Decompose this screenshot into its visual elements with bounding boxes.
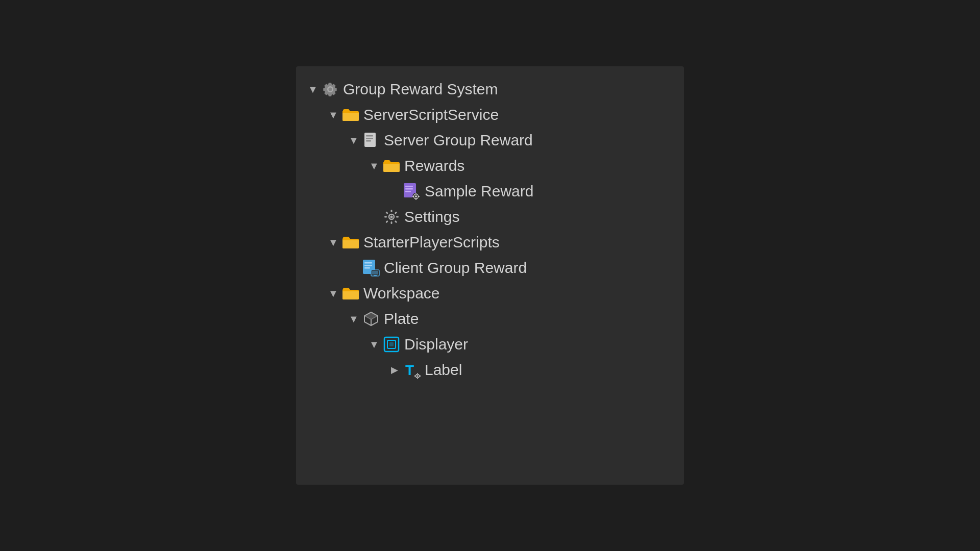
plate-label: Plate bbox=[384, 310, 419, 328]
cube-icon bbox=[361, 309, 381, 329]
client-group-reward-label: Client Group Reward bbox=[384, 259, 527, 277]
svg-point-10 bbox=[415, 195, 417, 197]
svg-rect-18 bbox=[391, 221, 393, 224]
tree-item-root[interactable]: ▼ Group Reward System bbox=[301, 77, 679, 102]
tree-item-label[interactable]: ▶ T Label bbox=[301, 357, 679, 383]
svg-rect-0 bbox=[364, 133, 376, 147]
folder-starter-icon bbox=[341, 233, 360, 252]
rewards-label: Rewards bbox=[404, 157, 464, 174]
svg-rect-7 bbox=[405, 191, 411, 192]
purple-script-icon bbox=[402, 182, 422, 201]
folder-icon bbox=[341, 105, 360, 124]
tree-item-workspace[interactable]: ▼ Workspace bbox=[301, 281, 679, 306]
svg-rect-23 bbox=[385, 220, 388, 223]
tree-item-server-group-reward[interactable]: ▼ Server Group Reward bbox=[301, 128, 679, 153]
blue-script-icon bbox=[361, 258, 381, 278]
svg-rect-39 bbox=[389, 342, 394, 346]
svg-rect-6 bbox=[405, 188, 413, 190]
svg-rect-3 bbox=[366, 140, 371, 142]
svg-marker-33 bbox=[364, 312, 378, 319]
svg-rect-13 bbox=[412, 196, 414, 197]
svg-rect-5 bbox=[405, 186, 413, 187]
gear-icon bbox=[321, 80, 340, 99]
svg-rect-46 bbox=[414, 375, 416, 377]
svg-rect-45 bbox=[417, 378, 418, 379]
tree-item-server-script-service[interactable]: ▼ ServerScriptService bbox=[301, 102, 679, 128]
chevron-down-icon: ▼ bbox=[305, 82, 321, 97]
displayer-frame-icon bbox=[382, 335, 401, 354]
displayer-label: Displayer bbox=[404, 336, 468, 353]
tree-item-starter-player-scripts[interactable]: ▼ StarterPlayerScripts bbox=[301, 230, 679, 255]
server-script-service-label: ServerScriptService bbox=[363, 106, 499, 123]
explorer-panel: ▼ Group Reward System ▼ ServerScriptServ… bbox=[296, 66, 684, 485]
tree-item-client-group-reward[interactable]: ▼ Client Group Reward bbox=[301, 255, 679, 281]
svg-rect-47 bbox=[420, 375, 421, 377]
tree-item-rewards[interactable]: ▼ Rewards bbox=[301, 153, 679, 179]
tree-item-plate[interactable]: ▼ Plate bbox=[301, 306, 679, 332]
svg-rect-17 bbox=[391, 210, 393, 212]
svg-rect-27 bbox=[364, 265, 372, 266]
svg-rect-30 bbox=[372, 271, 378, 274]
chevron-down-icon: ▼ bbox=[326, 107, 341, 122]
settings-gear-icon bbox=[382, 207, 401, 227]
chevron-down-icon: ▼ bbox=[346, 133, 361, 148]
svg-rect-22 bbox=[395, 220, 398, 223]
root-label: Group Reward System bbox=[343, 81, 498, 98]
sample-reward-label: Sample Reward bbox=[425, 183, 533, 200]
chevron-right-icon: ▶ bbox=[387, 362, 402, 378]
svg-rect-28 bbox=[364, 267, 370, 269]
folder-workspace-icon bbox=[341, 284, 360, 303]
tree-item-settings[interactable]: ▼ Settings bbox=[301, 204, 679, 230]
svg-rect-19 bbox=[384, 216, 387, 218]
script-icon bbox=[361, 131, 381, 150]
chevron-down-icon: ▼ bbox=[366, 158, 382, 173]
tree-item-displayer[interactable]: ▼ Displayer bbox=[301, 332, 679, 357]
svg-text:T: T bbox=[405, 362, 414, 378]
svg-rect-21 bbox=[385, 211, 388, 214]
svg-rect-1 bbox=[366, 135, 373, 137]
workspace-label: Workspace bbox=[363, 285, 440, 302]
starter-player-scripts-label: StarterPlayerScripts bbox=[363, 234, 500, 251]
svg-rect-26 bbox=[364, 262, 372, 264]
t-label-icon: T bbox=[402, 360, 422, 380]
chevron-down-icon: ▼ bbox=[326, 235, 341, 250]
svg-rect-20 bbox=[396, 216, 399, 218]
svg-rect-12 bbox=[415, 198, 416, 200]
svg-rect-14 bbox=[418, 196, 420, 197]
svg-rect-11 bbox=[415, 193, 416, 194]
svg-point-16 bbox=[390, 216, 393, 218]
tree-item-sample-reward[interactable]: ▼ Sample Reward bbox=[301, 179, 679, 204]
svg-rect-44 bbox=[417, 373, 418, 375]
label-label: Label bbox=[425, 361, 462, 379]
folder-rewards-icon bbox=[382, 156, 401, 176]
server-group-reward-label: Server Group Reward bbox=[384, 132, 533, 149]
svg-rect-24 bbox=[395, 211, 398, 214]
svg-rect-31 bbox=[374, 275, 377, 276]
svg-rect-2 bbox=[366, 138, 373, 139]
svg-point-43 bbox=[417, 375, 419, 377]
settings-label: Settings bbox=[404, 208, 459, 226]
chevron-down-icon: ▼ bbox=[366, 337, 382, 352]
chevron-down-icon: ▼ bbox=[346, 311, 361, 327]
chevron-down-icon: ▼ bbox=[326, 286, 341, 301]
